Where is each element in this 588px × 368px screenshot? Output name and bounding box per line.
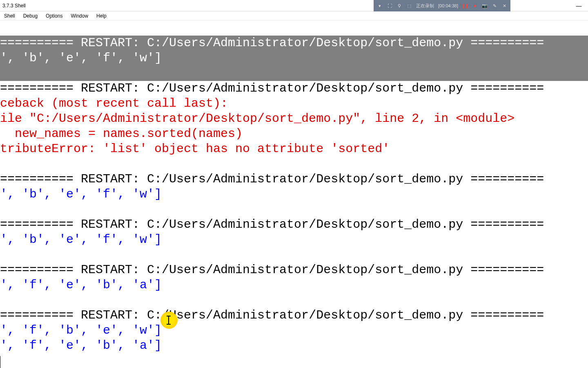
blank-line <box>0 202 7 216</box>
stop-icon[interactable]: ■ <box>472 3 478 9</box>
camera-icon[interactable]: 📷 <box>482 3 488 9</box>
titlebar: 3.7.3 Shell ▾ ⛶ ⚲ ⬚ 正在录制 [00:04:38] ❚❚ ■… <box>0 0 588 11</box>
shell-output[interactable]: ========== RESTART: C:/Users/Administrat… <box>0 20 588 368</box>
output-line: ', 'f', 'e', 'b', 'a'] <box>0 278 162 292</box>
output-line: ', 'b', 'e', 'f', 'w'] <box>0 187 162 201</box>
menu-shell[interactable]: Shell <box>0 12 19 20</box>
output-line: ', 'b', 'e', 'f', 'w'] <box>0 51 162 65</box>
menu-options[interactable]: Options <box>42 12 67 20</box>
select-icon[interactable]: ⬚ <box>406 3 412 9</box>
restart-line: ========== RESTART: C:/Users/Administrat… <box>0 263 544 277</box>
traceback-file-line: ile "C:/Users/Administrator/Desktop/sort… <box>0 112 514 126</box>
pencil-icon[interactable]: ✎ <box>492 3 497 9</box>
restart-line: ========== RESTART: C:/Users/Administrat… <box>0 36 544 50</box>
restart-line: ========== RESTART: C:/Users/Administrat… <box>0 308 544 322</box>
output-line: ', 'f', 'b', 'e', 'w'] <box>0 323 162 337</box>
recorder-toolbar: ▾ ⛶ ⚲ ⬚ 正在录制 [00:04:38] ❚❚ ■ 📷 ✎ ✕ <box>374 0 510 11</box>
traceback-error-line: tributeError: 'list' object has no attri… <box>0 142 390 156</box>
traceback-line: ceback (most recent call last): <box>0 96 228 110</box>
fit-screen-icon[interactable]: ⛶ <box>387 3 392 9</box>
blank-line <box>0 157 7 171</box>
selected-text-block: ========== RESTART: C:/Users/Administrat… <box>0 36 588 81</box>
pause-icon[interactable]: ❚❚ <box>462 3 468 9</box>
window-title: 3.7.3 Shell <box>2 3 26 9</box>
restart-line: ========== RESTART: C:/Users/Administrat… <box>0 218 544 231</box>
recorder-time: [00:04:38] <box>438 3 458 8</box>
menubar: Shell Debug Options Window Help <box>0 11 588 20</box>
output-line: ', 'b', 'e', 'f', 'w'] <box>0 233 162 247</box>
blank-line <box>0 293 7 307</box>
menu-help[interactable]: Help <box>92 12 111 20</box>
close-recorder-icon[interactable]: ✕ <box>501 3 507 9</box>
restart-line: ========== RESTART: C:/Users/Administrat… <box>0 172 544 186</box>
blank-line <box>0 248 7 262</box>
text-cursor <box>0 356 0 368</box>
restart-line: ========== RESTART: C:/Users/Administrat… <box>0 81 544 95</box>
window-controls: — <box>570 0 588 11</box>
dropdown-icon[interactable]: ▾ <box>377 3 383 9</box>
menu-window[interactable]: Window <box>67 12 92 20</box>
menu-debug[interactable]: Debug <box>19 12 42 20</box>
recorder-status: 正在录制 <box>416 3 434 9</box>
blank-line <box>0 66 7 80</box>
traceback-code-line: new_names = names.sorted(names) <box>0 127 243 141</box>
output-line: ', 'f', 'e', 'b', 'a'] <box>0 339 162 352</box>
search-icon[interactable]: ⚲ <box>396 3 402 9</box>
minimize-button[interactable]: — <box>570 0 588 11</box>
